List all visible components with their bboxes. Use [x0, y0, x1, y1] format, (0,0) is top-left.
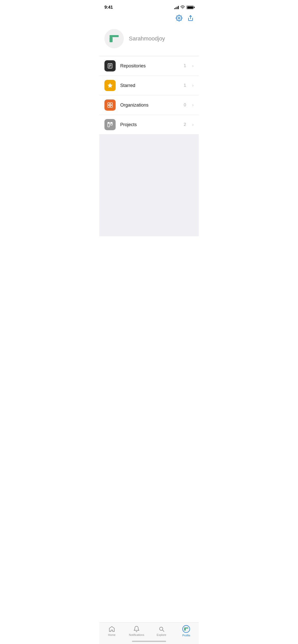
organizations-icon-wrapper — [104, 99, 116, 111]
starred-icon-wrapper — [104, 80, 116, 91]
organizations-item[interactable]: Organizations 0 › — [99, 95, 199, 115]
repositories-label: Repositories — [120, 63, 179, 69]
projects-icon — [107, 122, 113, 128]
starred-count: 1 — [184, 83, 186, 88]
gray-background — [99, 135, 199, 236]
organizations-chevron: › — [192, 103, 194, 107]
avatar-logo — [107, 32, 121, 45]
svg-rect-10 — [108, 103, 110, 105]
svg-rect-17 — [111, 122, 112, 124]
svg-rect-4 — [110, 37, 113, 42]
svg-point-0 — [182, 9, 183, 9]
projects-label: Projects — [120, 122, 179, 127]
status-bar: 9:41 — [99, 0, 199, 13]
svg-rect-12 — [108, 105, 110, 107]
organization-icon — [107, 102, 113, 108]
status-icons — [174, 5, 194, 10]
share-button[interactable] — [187, 15, 194, 23]
battery-icon — [186, 6, 194, 9]
top-actions — [99, 13, 199, 25]
projects-count: 2 — [184, 122, 186, 127]
avatar — [104, 29, 124, 48]
svg-rect-3 — [110, 35, 119, 37]
svg-rect-11 — [110, 103, 112, 105]
projects-icon-wrapper — [104, 119, 116, 130]
projects-item[interactable]: Projects 2 › — [99, 115, 199, 135]
starred-item[interactable]: Starred 1 › — [99, 76, 199, 95]
profile-section: Sarahmoodjoy — [99, 25, 199, 56]
projects-chevron: › — [192, 122, 194, 127]
svg-marker-9 — [107, 83, 113, 88]
starred-label: Starred — [120, 83, 179, 88]
star-icon — [107, 82, 113, 89]
repositories-icon-wrapper — [104, 60, 116, 71]
signal-icon — [174, 6, 179, 9]
svg-point-1 — [178, 17, 180, 19]
organizations-label: Organizations — [120, 103, 179, 108]
wifi-icon — [180, 5, 185, 10]
status-time: 9:41 — [104, 5, 113, 10]
repositories-item[interactable]: Repositories 1 › — [99, 56, 199, 76]
menu-list: Repositories 1 › Starred 1 › Organizatio… — [99, 56, 199, 135]
profile-username: Sarahmoodjoy — [129, 35, 165, 42]
svg-rect-16 — [108, 122, 110, 124]
organizations-count: 0 — [184, 103, 186, 108]
repositories-chevron: › — [192, 64, 194, 68]
starred-chevron: › — [192, 83, 194, 88]
settings-button[interactable] — [176, 15, 182, 23]
repository-icon — [107, 63, 113, 69]
svg-rect-13 — [110, 105, 112, 107]
repositories-count: 1 — [184, 63, 186, 68]
